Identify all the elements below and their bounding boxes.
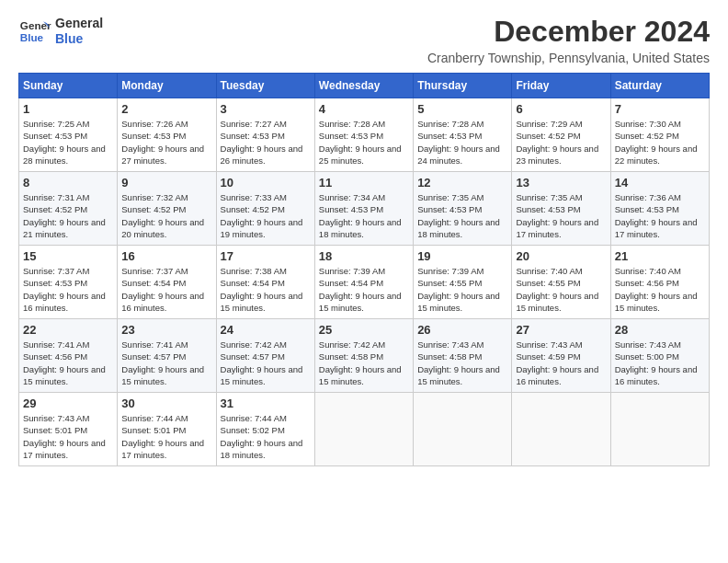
- day-number: 26: [417, 323, 507, 337]
- day-info: Sunrise: 7:35 AMSunset: 4:53 PMDaylight:…: [516, 191, 606, 240]
- day-number: 27: [516, 323, 606, 337]
- weekday-header-tuesday: Tuesday: [216, 74, 314, 98]
- calendar-cell: 3Sunrise: 7:27 AMSunset: 4:53 PMDaylight…: [216, 98, 314, 172]
- weekday-header-saturday: Saturday: [610, 74, 709, 98]
- day-number: 7: [615, 102, 705, 116]
- day-number: 28: [615, 323, 705, 337]
- calendar-cell: [314, 393, 413, 466]
- day-number: 6: [516, 102, 606, 116]
- day-number: 17: [221, 249, 311, 263]
- month-title: December 2024: [427, 15, 710, 49]
- day-number: 12: [417, 176, 507, 190]
- calendar-cell: 21Sunrise: 7:40 AMSunset: 4:56 PMDayligh…: [610, 246, 709, 319]
- svg-text:Blue: Blue: [20, 31, 44, 43]
- day-number: 9: [121, 176, 211, 190]
- day-info: Sunrise: 7:39 AMSunset: 4:55 PMDaylight:…: [417, 265, 507, 314]
- day-number: 5: [417, 102, 507, 116]
- calendar-week-row: 15Sunrise: 7:37 AMSunset: 4:53 PMDayligh…: [19, 246, 710, 319]
- calendar-cell: 29Sunrise: 7:43 AMSunset: 5:01 PMDayligh…: [19, 393, 118, 466]
- calendar-cell: 19Sunrise: 7:39 AMSunset: 4:55 PMDayligh…: [414, 246, 512, 319]
- calendar-cell: 1Sunrise: 7:25 AMSunset: 4:53 PMDaylight…: [19, 98, 118, 172]
- calendar-cell: 2Sunrise: 7:26 AMSunset: 4:53 PMDaylight…: [118, 98, 216, 172]
- calendar-cell: 12Sunrise: 7:35 AMSunset: 4:53 PMDayligh…: [414, 172, 512, 246]
- title-area: December 2024 Cranberry Township, Pennsy…: [427, 15, 710, 65]
- day-info: Sunrise: 7:33 AMSunset: 4:52 PMDaylight:…: [221, 191, 311, 240]
- day-number: 30: [121, 396, 211, 410]
- logo-text-blue: Blue: [55, 31, 103, 47]
- day-info: Sunrise: 7:28 AMSunset: 4:53 PMDaylight:…: [417, 118, 507, 167]
- day-number: 16: [121, 249, 211, 263]
- calendar-cell: [414, 393, 512, 466]
- calendar-week-row: 8Sunrise: 7:31 AMSunset: 4:52 PMDaylight…: [19, 172, 710, 246]
- day-info: Sunrise: 7:43 AMSunset: 4:58 PMDaylight:…: [417, 339, 507, 387]
- day-number: 25: [319, 323, 409, 337]
- page-header: General Blue General Blue December 2024 …: [18, 15, 710, 65]
- day-number: 11: [319, 176, 409, 190]
- calendar-week-row: 29Sunrise: 7:43 AMSunset: 5:01 PMDayligh…: [19, 393, 710, 466]
- location-title: Cranberry Township, Pennsylvania, United…: [427, 51, 710, 65]
- day-number: 2: [121, 102, 211, 116]
- day-number: 31: [221, 396, 311, 410]
- calendar-cell: 26Sunrise: 7:43 AMSunset: 4:58 PMDayligh…: [414, 319, 512, 393]
- calendar-cell: 11Sunrise: 7:34 AMSunset: 4:53 PMDayligh…: [314, 172, 413, 246]
- day-info: Sunrise: 7:30 AMSunset: 4:52 PMDaylight:…: [615, 118, 705, 167]
- day-info: Sunrise: 7:32 AMSunset: 4:52 PMDaylight:…: [121, 191, 211, 240]
- calendar-cell: 22Sunrise: 7:41 AMSunset: 4:56 PMDayligh…: [19, 319, 118, 393]
- day-info: Sunrise: 7:41 AMSunset: 4:56 PMDaylight:…: [23, 339, 113, 387]
- day-number: 13: [516, 176, 606, 190]
- day-info: Sunrise: 7:37 AMSunset: 4:53 PMDaylight:…: [23, 265, 113, 314]
- day-info: Sunrise: 7:41 AMSunset: 4:57 PMDaylight:…: [121, 339, 211, 387]
- day-info: Sunrise: 7:43 AMSunset: 5:00 PMDaylight:…: [615, 339, 705, 387]
- calendar-cell: 25Sunrise: 7:42 AMSunset: 4:58 PMDayligh…: [314, 319, 413, 393]
- calendar-cell: 24Sunrise: 7:42 AMSunset: 4:57 PMDayligh…: [216, 319, 314, 393]
- day-info: Sunrise: 7:37 AMSunset: 4:54 PMDaylight:…: [121, 265, 211, 314]
- day-number: 20: [516, 249, 606, 263]
- calendar-cell: 10Sunrise: 7:33 AMSunset: 4:52 PMDayligh…: [216, 172, 314, 246]
- day-info: Sunrise: 7:35 AMSunset: 4:53 PMDaylight:…: [417, 191, 507, 240]
- day-info: Sunrise: 7:31 AMSunset: 4:52 PMDaylight:…: [23, 191, 113, 240]
- day-number: 14: [615, 176, 705, 190]
- calendar-table: SundayMondayTuesdayWednesdayThursdayFrid…: [18, 73, 710, 466]
- day-info: Sunrise: 7:25 AMSunset: 4:53 PMDaylight:…: [23, 118, 113, 167]
- day-info: Sunrise: 7:44 AMSunset: 5:02 PMDaylight:…: [221, 412, 311, 461]
- day-info: Sunrise: 7:43 AMSunset: 4:59 PMDaylight:…: [516, 339, 606, 387]
- day-info: Sunrise: 7:40 AMSunset: 4:55 PMDaylight:…: [516, 265, 606, 314]
- logo-text-general: General: [55, 16, 103, 31]
- calendar-cell: [610, 393, 709, 466]
- weekday-header-row: SundayMondayTuesdayWednesdayThursdayFrid…: [19, 74, 710, 98]
- day-number: 19: [417, 249, 507, 263]
- calendar-cell: 20Sunrise: 7:40 AMSunset: 4:55 PMDayligh…: [512, 246, 610, 319]
- calendar-cell: 31Sunrise: 7:44 AMSunset: 5:02 PMDayligh…: [216, 393, 314, 466]
- day-info: Sunrise: 7:38 AMSunset: 4:54 PMDaylight:…: [221, 265, 311, 314]
- weekday-header-thursday: Thursday: [414, 74, 512, 98]
- calendar-cell: 4Sunrise: 7:28 AMSunset: 4:53 PMDaylight…: [314, 98, 413, 172]
- day-number: 23: [121, 323, 211, 337]
- day-info: Sunrise: 7:27 AMSunset: 4:53 PMDaylight:…: [221, 118, 311, 167]
- day-info: Sunrise: 7:42 AMSunset: 4:58 PMDaylight:…: [319, 339, 409, 387]
- day-number: 29: [23, 396, 113, 410]
- calendar-week-row: 1Sunrise: 7:25 AMSunset: 4:53 PMDaylight…: [19, 98, 710, 172]
- calendar-cell: 8Sunrise: 7:31 AMSunset: 4:52 PMDaylight…: [19, 172, 118, 246]
- day-info: Sunrise: 7:34 AMSunset: 4:53 PMDaylight:…: [319, 191, 409, 240]
- day-number: 3: [221, 102, 311, 116]
- day-number: 4: [319, 102, 409, 116]
- logo: General Blue General Blue: [18, 15, 103, 48]
- calendar-cell: 17Sunrise: 7:38 AMSunset: 4:54 PMDayligh…: [216, 246, 314, 319]
- day-number: 24: [221, 323, 311, 337]
- calendar-cell: 13Sunrise: 7:35 AMSunset: 4:53 PMDayligh…: [512, 172, 610, 246]
- day-info: Sunrise: 7:39 AMSunset: 4:54 PMDaylight:…: [319, 265, 409, 314]
- day-number: 1: [23, 102, 113, 116]
- calendar-cell: 9Sunrise: 7:32 AMSunset: 4:52 PMDaylight…: [118, 172, 216, 246]
- day-info: Sunrise: 7:26 AMSunset: 4:53 PMDaylight:…: [121, 118, 211, 167]
- weekday-header-monday: Monday: [118, 74, 216, 98]
- calendar-week-row: 22Sunrise: 7:41 AMSunset: 4:56 PMDayligh…: [19, 319, 710, 393]
- day-number: 22: [23, 323, 113, 337]
- calendar-cell: 7Sunrise: 7:30 AMSunset: 4:52 PMDaylight…: [610, 98, 709, 172]
- calendar-cell: 14Sunrise: 7:36 AMSunset: 4:53 PMDayligh…: [610, 172, 709, 246]
- day-info: Sunrise: 7:42 AMSunset: 4:57 PMDaylight:…: [221, 339, 311, 387]
- day-info: Sunrise: 7:36 AMSunset: 4:53 PMDaylight:…: [615, 191, 705, 240]
- weekday-header-wednesday: Wednesday: [314, 74, 413, 98]
- day-number: 8: [23, 176, 113, 190]
- calendar-cell: 23Sunrise: 7:41 AMSunset: 4:57 PMDayligh…: [118, 319, 216, 393]
- logo-icon: General Blue: [18, 15, 51, 48]
